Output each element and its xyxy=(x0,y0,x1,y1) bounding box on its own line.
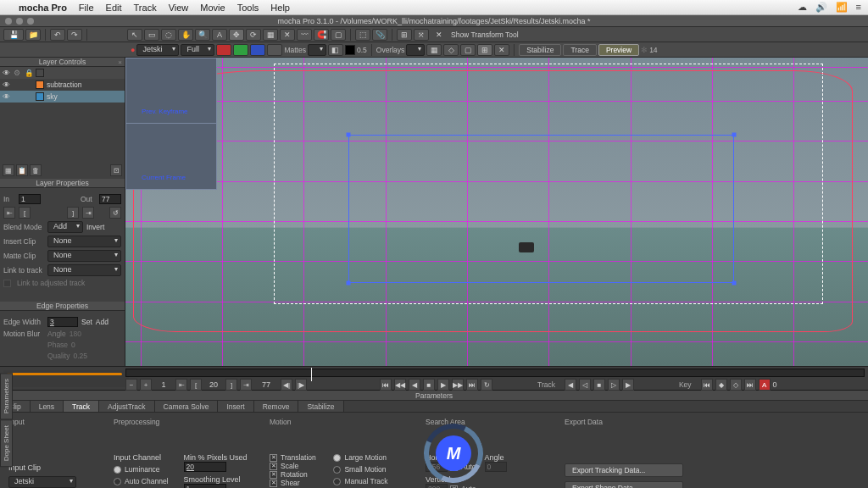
translation-checkbox[interactable]: Translation xyxy=(270,453,318,462)
undo-button[interactable]: ↶ xyxy=(50,29,65,41)
step-fwd-button[interactable]: ▶▶ xyxy=(452,379,464,391)
blend-mode-dropdown[interactable]: Add xyxy=(47,221,83,233)
insert-tool[interactable]: ⬚ xyxy=(355,29,370,41)
channel-g-button[interactable] xyxy=(233,44,248,56)
layer-row[interactable]: 👁 subtraction xyxy=(0,79,125,91)
tab-lens[interactable]: Lens xyxy=(31,401,64,412)
clip-dropdown[interactable]: Jetski xyxy=(136,44,179,56)
rect-tool[interactable]: ▢ xyxy=(331,29,346,41)
tab-camerasolve[interactable]: Camera Solve xyxy=(155,401,219,412)
hand-tool[interactable]: ✋ xyxy=(178,29,193,41)
layer-color-swatch[interactable] xyxy=(36,92,44,101)
step-back-button[interactable]: ◀◀ xyxy=(394,379,406,391)
xspline-tool[interactable]: ✕ xyxy=(280,29,295,41)
autokey-a-button[interactable]: A xyxy=(759,379,771,391)
horizontal-field[interactable] xyxy=(426,462,448,472)
app-menu[interactable]: mocha Pro xyxy=(19,3,67,13)
range-left[interactable]: ◀| xyxy=(281,379,292,391)
track-back1-button[interactable]: ◁ xyxy=(579,379,591,391)
layer-row[interactable]: 👁 sky xyxy=(0,91,125,103)
export-tracking-button[interactable]: Export Tracking Data... xyxy=(565,463,683,477)
luminance-radio[interactable]: Luminance xyxy=(114,465,169,474)
side-tab-dopesheet[interactable]: Dope Sheet xyxy=(0,419,13,467)
minpixels-field[interactable] xyxy=(184,462,226,472)
matte-clip-dropdown[interactable]: None xyxy=(47,250,121,262)
shear-checkbox[interactable]: Shear xyxy=(270,479,318,487)
panel-close-icon[interactable]: × xyxy=(118,58,122,66)
overlay-surface-toggle[interactable]: ▢ xyxy=(460,44,476,56)
layer-color-swatch[interactable] xyxy=(36,80,44,89)
edge-add-button[interactable]: Add xyxy=(96,318,108,326)
overlay-track-toggle[interactable]: ✕ xyxy=(494,44,509,56)
transform-tool[interactable]: ✥ xyxy=(229,29,244,41)
autochannel-radio[interactable]: Auto Channel xyxy=(114,477,169,485)
zoom-star-icon[interactable]: ✻ xyxy=(641,46,648,54)
tab-track[interactable]: Track xyxy=(64,401,99,412)
trace-button[interactable]: Trace xyxy=(563,44,596,56)
selection-tool[interactable]: ▭ xyxy=(144,29,159,41)
open-button[interactable]: 📁 xyxy=(25,29,41,41)
link-track-dropdown[interactable]: None xyxy=(47,264,121,276)
menu-movie[interactable]: Movie xyxy=(200,3,225,13)
prev-key-button[interactable]: ⏮ xyxy=(701,379,713,391)
loop-button[interactable]: ↻ xyxy=(481,379,492,391)
export-shape-button[interactable]: Export Shape Data... xyxy=(565,481,683,488)
menu-help[interactable]: Help xyxy=(270,3,290,13)
play-button[interactable]: ▶ xyxy=(437,379,449,391)
overlays-dropdown[interactable] xyxy=(406,44,425,56)
menu-edit[interactable]: Edit xyxy=(106,3,122,13)
track-back-button[interactable]: ◀ xyxy=(565,379,576,391)
set-in-point[interactable]: ⇤ xyxy=(175,379,187,391)
tab-adjusttrack[interactable]: AdjustTrack xyxy=(99,401,155,412)
show-matte-toggle[interactable]: ◧ xyxy=(328,44,343,56)
angle-field[interactable] xyxy=(485,462,507,472)
tab-stabilize[interactable]: Stabilize xyxy=(298,401,343,412)
record-icon[interactable]: ● xyxy=(131,46,135,54)
overlay-grid-toggle[interactable]: ⊞ xyxy=(477,44,492,56)
set-in-button[interactable]: [ xyxy=(19,207,31,219)
track-fwd-button[interactable]: ▶ xyxy=(622,379,634,391)
rotation-checkbox[interactable]: Rotation xyxy=(270,470,318,479)
set-out-button[interactable]: ] xyxy=(67,207,79,219)
attach-tool[interactable]: 📎 xyxy=(372,29,387,41)
channel-a-button[interactable] xyxy=(267,44,282,56)
goto-in[interactable]: [ xyxy=(190,379,202,391)
channel-b-button[interactable] xyxy=(250,44,265,56)
vertical-field[interactable] xyxy=(426,484,448,488)
horizontal-auto-checkbox[interactable]: Auto xyxy=(450,463,476,471)
visibility-toggle[interactable]: 👁 xyxy=(3,92,11,101)
add-point-tool[interactable]: A xyxy=(212,29,227,41)
overlay-layers-toggle[interactable]: ▦ xyxy=(426,44,442,56)
magnetic-tool[interactable]: 🧲 xyxy=(314,29,329,41)
close-hint-icon[interactable]: ✕ xyxy=(436,30,442,39)
vertical-auto-checkbox[interactable]: Auto xyxy=(450,485,476,488)
matte-color[interactable] xyxy=(345,45,355,55)
save-button[interactable]: 💾 xyxy=(3,29,24,41)
manual-track-radio[interactable]: Manual Track xyxy=(333,477,387,485)
next-key-button[interactable]: ⏭ xyxy=(744,379,756,391)
layer-name[interactable]: subtraction xyxy=(47,80,82,89)
jump-in-button[interactable]: ⇤ xyxy=(3,207,15,219)
duplicate-button[interactable]: 📋 xyxy=(16,164,28,176)
timeline-range-bar[interactable] xyxy=(7,373,122,375)
go-start-button[interactable]: ⏮ xyxy=(380,379,392,391)
status-menu-icon[interactable]: ≡ xyxy=(856,2,861,13)
edge-width-field[interactable] xyxy=(47,317,78,327)
insert-clip-dropdown[interactable]: None xyxy=(47,236,121,247)
viewer[interactable]: Prev. Keyframe Current Frame xyxy=(125,58,868,366)
track-stop-button[interactable]: ■ xyxy=(593,379,605,391)
layer-spline[interactable] xyxy=(133,70,854,332)
status-volume-icon[interactable]: 🔊 xyxy=(815,2,827,13)
stop-button[interactable]: ■ xyxy=(423,379,435,391)
rotate-tool[interactable]: ⟳ xyxy=(246,29,261,41)
smoothing-field[interactable] xyxy=(184,484,226,488)
bezier-tool[interactable]: 〰 xyxy=(297,29,312,41)
zoom-out-button[interactable]: − xyxy=(125,379,137,391)
play-back-button[interactable]: ◀ xyxy=(409,379,420,391)
side-tab-parameters[interactable]: Parameters xyxy=(0,373,13,419)
mattes-dropdown[interactable] xyxy=(308,44,326,56)
overlay-spline-toggle[interactable]: ◇ xyxy=(443,44,459,56)
resolution-dropdown[interactable]: Full xyxy=(181,44,214,56)
goto-out[interactable]: ] xyxy=(225,379,237,391)
jump-out-button[interactable]: ⇥ xyxy=(82,207,94,219)
